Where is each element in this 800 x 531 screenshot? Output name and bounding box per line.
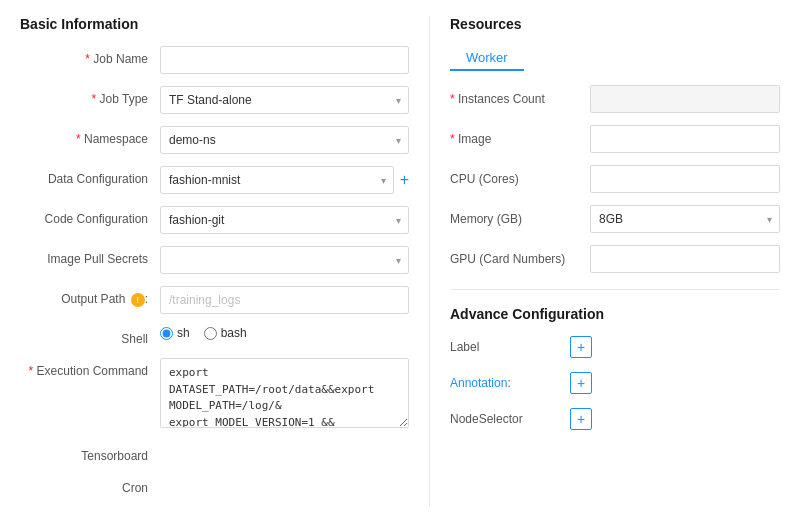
job-type-select[interactable]: TF Stand-alone TF Distributed PyTorch MX… — [160, 86, 409, 114]
namespace-select-wrap: demo-ns default kube-system ▾ — [160, 126, 409, 154]
shell-bash-radio[interactable] — [204, 327, 217, 340]
output-path-info-icon: ! — [131, 293, 145, 307]
tensorboard-row: Tensorboard — [20, 443, 409, 463]
shell-sh-option[interactable]: sh — [160, 326, 190, 340]
cpu-label: CPU (Cores) — [450, 172, 590, 186]
output-path-row: Output Path !: — [20, 286, 409, 314]
cron-control — [160, 475, 409, 490]
label-add-button[interactable]: + — [570, 336, 592, 358]
shell-bash-label: bash — [221, 326, 247, 340]
right-panel: Resources Worker Instances Count 1 Image… — [430, 16, 800, 507]
tensorboard-label: Tensorboard — [20, 443, 160, 463]
cpu-control: 4 — [590, 165, 780, 193]
annotation-link[interactable]: Annotation — [450, 376, 507, 390]
tensorboard-control — [160, 443, 409, 458]
shell-options: sh bash — [160, 326, 409, 340]
job-type-select-wrap: TF Stand-alone TF Distributed PyTorch MX… — [160, 86, 409, 114]
data-config-row: Data Configuration fashion-mnist cifar10… — [20, 166, 409, 194]
output-path-control — [160, 286, 409, 314]
data-config-add-button[interactable]: + — [400, 172, 409, 188]
label-label: Label — [450, 340, 570, 354]
annotation-row: Annotation: + — [450, 372, 780, 394]
data-config-label: Data Configuration — [20, 166, 160, 186]
memory-select-wrap: 8GB 16GB 32GB ▾ — [590, 205, 780, 233]
execution-command-label: Execution Command — [20, 358, 160, 378]
shell-control: sh bash — [160, 326, 409, 340]
namespace-control: demo-ns default kube-system ▾ — [160, 126, 409, 154]
memory-label: Memory (GB) — [450, 212, 590, 226]
image-pull-secrets-select-wrap: ▾ — [160, 246, 409, 274]
gpu-control: 0 — [590, 245, 780, 273]
job-type-label: Job Type — [20, 86, 160, 106]
output-path-label: Output Path !: — [20, 286, 160, 307]
node-selector-label: NodeSelector — [450, 412, 570, 426]
shell-bash-option[interactable]: bash — [204, 326, 247, 340]
execution-command-control: export DATASET_PATH=/root/data&&export M… — [160, 358, 409, 431]
job-type-row: Job Type TF Stand-alone TF Distributed P… — [20, 86, 409, 114]
node-selector-add-button[interactable]: + — [570, 408, 592, 430]
namespace-row: Namespace demo-ns default kube-system ▾ — [20, 126, 409, 154]
image-pull-secrets-row: Image Pull Secrets ▾ — [20, 246, 409, 274]
worker-tab[interactable]: Worker — [450, 46, 524, 71]
data-config-control: fashion-mnist cifar10 ▾ + — [160, 166, 409, 194]
image-label: Image — [450, 132, 590, 146]
instances-count-control: 1 — [590, 85, 780, 113]
node-selector-row: NodeSelector + — [450, 408, 780, 430]
advance-config-title: Advance Configuration — [450, 306, 780, 322]
shell-sh-radio[interactable] — [160, 327, 173, 340]
job-name-control: fashion-tf-ui — [160, 46, 409, 74]
job-name-row: Job Name fashion-tf-ui — [20, 46, 409, 74]
data-config-wrap: fashion-mnist cifar10 ▾ + — [160, 166, 409, 194]
job-name-label: Job Name — [20, 46, 160, 66]
namespace-label: Namespace — [20, 126, 160, 146]
image-row: Image tensorflow/tensorflow:2.2.2-gpu \ — [450, 125, 780, 153]
code-config-select[interactable]: fashion-git mnist-git — [160, 206, 409, 234]
instances-count-row: Instances Count 1 — [450, 85, 780, 113]
image-pull-secrets-label: Image Pull Secrets — [20, 246, 160, 266]
image-control: tensorflow/tensorflow:2.2.2-gpu \ — [590, 125, 780, 153]
data-config-select-wrap: fashion-mnist cifar10 ▾ — [160, 166, 394, 194]
data-config-select[interactable]: fashion-mnist cifar10 — [160, 166, 394, 194]
label-row: Label + — [450, 336, 780, 358]
instances-count-label: Instances Count — [450, 92, 590, 106]
gpu-label: GPU (Card Numbers) — [450, 252, 590, 266]
execution-command-textarea[interactable]: export DATASET_PATH=/root/data&&export M… — [160, 358, 409, 428]
job-name-input[interactable]: fashion-tf-ui — [160, 46, 409, 74]
code-config-row: Code Configuration fashion-git mnist-git… — [20, 206, 409, 234]
code-config-control: fashion-git mnist-git ▾ — [160, 206, 409, 234]
output-path-input[interactable] — [160, 286, 409, 314]
image-pull-secrets-select[interactable] — [160, 246, 409, 274]
shell-sh-label: sh — [177, 326, 190, 340]
resources-title: Resources — [450, 16, 780, 32]
memory-row: Memory (GB) 8GB 16GB 32GB ▾ — [450, 205, 780, 233]
cpu-row: CPU (Cores) 4 — [450, 165, 780, 193]
code-config-label: Code Configuration — [20, 206, 160, 226]
annotation-add-button[interactable]: + — [570, 372, 592, 394]
cron-row: Cron — [20, 475, 409, 495]
image-pull-secrets-control: ▾ — [160, 246, 409, 274]
divider — [450, 289, 780, 290]
image-input[interactable]: tensorflow/tensorflow:2.2.2-gpu \ — [590, 125, 780, 153]
shell-row: Shell sh bash — [20, 326, 409, 346]
basic-info-title: Basic Information — [20, 16, 409, 32]
namespace-select[interactable]: demo-ns default kube-system — [160, 126, 409, 154]
memory-select[interactable]: 8GB 16GB 32GB — [590, 205, 780, 233]
gpu-input[interactable]: 0 — [590, 245, 780, 273]
execution-command-row: Execution Command export DATASET_PATH=/r… — [20, 358, 409, 431]
instances-count-input[interactable]: 1 — [590, 85, 780, 113]
left-panel: Basic Information Job Name fashion-tf-ui… — [0, 16, 430, 507]
cpu-input[interactable]: 4 — [590, 165, 780, 193]
code-config-select-wrap: fashion-git mnist-git ▾ — [160, 206, 409, 234]
gpu-row: GPU (Card Numbers) 0 — [450, 245, 780, 273]
annotation-label: Annotation: — [450, 376, 570, 390]
memory-control: 8GB 16GB 32GB ▾ — [590, 205, 780, 233]
job-type-control: TF Stand-alone TF Distributed PyTorch MX… — [160, 86, 409, 114]
shell-label: Shell — [20, 326, 160, 346]
cron-label: Cron — [20, 475, 160, 495]
